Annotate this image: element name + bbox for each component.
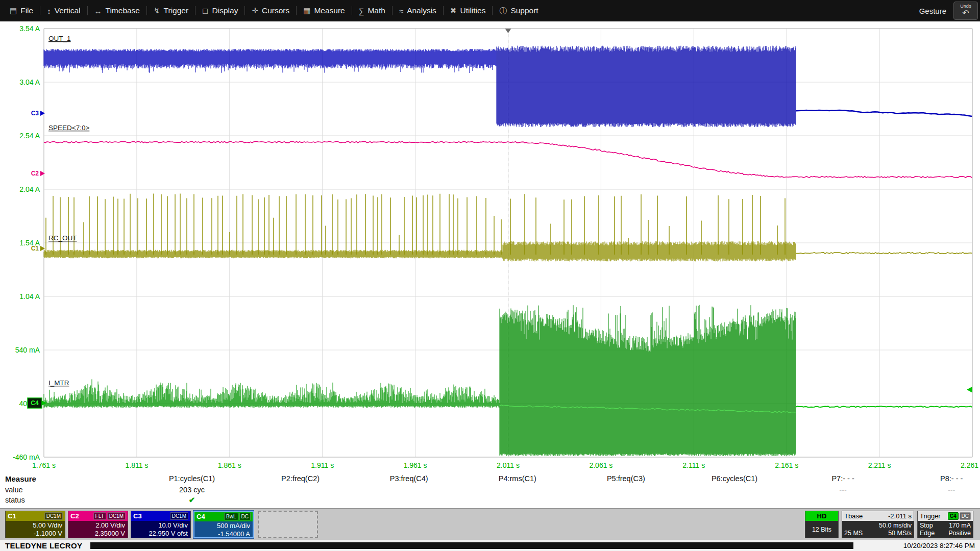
x-axis-label: 1.761 s: [32, 461, 56, 469]
hd-bits: 12 Bits: [805, 521, 838, 538]
channel-offset-value-c2: 2.35000 V: [71, 530, 125, 538]
menu-item-trigger[interactable]: ↯Trigger: [147, 0, 195, 21]
timebase-icon: ↔: [94, 7, 102, 15]
measure-value-p1: 203 cyc: [179, 486, 205, 494]
channel-c4-badge-dc: DC: [239, 513, 251, 520]
channel-id-c1: C1: [8, 512, 16, 520]
empty-channel-slot[interactable]: [258, 511, 318, 538]
measure-param-p5[interactable]: P5:freq(C3): [607, 474, 645, 483]
menu-item-label: Measure: [314, 6, 345, 15]
menu-item-file[interactable]: ▤File: [3, 0, 40, 21]
cursors-icon: ✛: [252, 6, 258, 15]
channel-marker-c1[interactable]: C1: [31, 245, 39, 252]
measure-table: Measure value status P1:cycles(C1)203 cy…: [0, 473, 980, 508]
trace-c3-burst: [497, 46, 796, 128]
channel-marker-c2[interactable]: C2: [31, 170, 39, 177]
trigger-mode: Stop: [920, 522, 933, 529]
channel-scale-c3: 10.0 V/div: [134, 521, 188, 530]
menu-item-support[interactable]: ⓘSupport: [493, 0, 545, 21]
oscilloscope-app: ▤File↕Vertical↔Timebase↯Trigger◻Display✛…: [0, 0, 980, 551]
channel-c2-badge-dc1m: DC1M: [107, 512, 126, 520]
measure-param-p7[interactable]: P7:- - -: [831, 474, 854, 483]
x-axis-label: 2.011 s: [497, 461, 520, 469]
trigger-source-badge: C4: [948, 512, 959, 520]
trigger-coupling-badge: DC: [960, 512, 971, 520]
measure-param-p4[interactable]: P4:rms(C1): [499, 474, 536, 483]
trace-label-out-1[interactable]: OUT_1: [48, 35, 71, 42]
x-axis-label: 2.211 s: [868, 461, 891, 469]
measure-param-p6[interactable]: P6:cycles(C1): [712, 474, 757, 483]
menu-item-label: Support: [510, 6, 538, 15]
hd-indicator[interactable]: HD 12 Bits: [805, 511, 839, 538]
menu-item-display[interactable]: ◻Display: [195, 0, 244, 21]
channel-marker-c4: C4: [31, 399, 39, 407]
menu-right: Gesture Undo ↶: [919, 2, 980, 20]
measure-value-p8: ---: [948, 486, 955, 494]
x-axis-label: 2.111 s: [682, 461, 705, 469]
menu-item-timebase[interactable]: ↔Timebase: [88, 0, 146, 21]
trigger-descriptor[interactable]: Trigger C4 DC Stop 170 mA Edge Positive: [917, 511, 973, 538]
menu-item-measure[interactable]: ▦Measure: [297, 0, 352, 21]
waveform-display[interactable]: 3.54 A3.04 A2.54 A2.04 A1.54 A1.04 A540 …: [0, 21, 980, 475]
menu-item-label: Display: [212, 6, 238, 15]
measure-columns: P1:cycles(C1)203 cyc✔P2:freq(C2)P3:freq(…: [0, 473, 980, 508]
tbase-delay: -2.011 s: [888, 512, 912, 520]
math-icon: ∑: [359, 7, 364, 15]
channel-scale-c1: 5.00 V/div: [8, 521, 62, 530]
timebase-descriptor[interactable]: Tbase -2.011 s 50.0 ms/div 25 MS 50 MS/s: [842, 511, 914, 538]
measure-param-p8[interactable]: P8:- - -: [940, 474, 963, 483]
menu-item-label: Math: [368, 6, 385, 15]
x-axis-label: 2.161 s: [775, 461, 798, 469]
menu-item-utilities[interactable]: ✖Utilities: [444, 0, 493, 21]
y-axis-label: 540 mA: [15, 346, 40, 354]
timestamp: 10/20/2023 8:27:46 PM: [903, 542, 980, 549]
tbase-rate: 50 MS/s: [888, 530, 912, 537]
gesture-label: Gesture: [919, 7, 946, 15]
channel-id-c2: C2: [70, 512, 79, 520]
menu-item-vertical[interactable]: ↕Vertical: [40, 0, 87, 21]
measure-param-p3[interactable]: P3:freq(C4): [390, 474, 428, 483]
menu-item-analysis[interactable]: ≈Analysis: [393, 0, 443, 21]
descriptor-panel: C1DC1M5.00 V/div-1.1000 VC2FLTDC1M2.00 V…: [0, 508, 980, 540]
undo-label: Undo: [960, 4, 971, 9]
menu-item-cursors[interactable]: ✛Cursors: [245, 0, 296, 21]
measure-value-p7: ---: [839, 486, 847, 494]
waveform-grid: 3.54 A3.04 A2.54 A2.04 A1.54 A1.04 A540 …: [0, 21, 980, 475]
channel-descriptor-c1[interactable]: C1DC1M5.00 V/div-1.1000 V: [5, 511, 65, 538]
menu-item-label: File: [20, 6, 33, 15]
measure-param-p2[interactable]: P2:freq(C2): [281, 474, 320, 483]
menu-item-math[interactable]: ∑Math: [352, 0, 392, 21]
tbase-label: Tbase: [844, 512, 863, 520]
y-axis-label: 2.54 A: [19, 132, 40, 140]
channel-offset-value-c3: 22.950 V ofst: [134, 530, 188, 538]
channel-offset-value-c1: -1.1000 V: [8, 530, 62, 538]
menu-item-label: Vertical: [55, 6, 81, 15]
channel-descriptor-c4[interactable]: C4BwLDC500 mA/div-1.54000 A: [193, 511, 254, 538]
measure-param-p1[interactable]: P1:cycles(C1): [169, 474, 215, 483]
channel-scale-c2: 2.00 V/div: [71, 521, 125, 530]
menu-bar: ▤File↕Vertical↔Timebase↯Trigger◻Display✛…: [0, 0, 980, 21]
channel-c1-badge-dc1m: DC1M: [44, 512, 63, 520]
measure-status-p1: ✔: [189, 495, 195, 505]
menu-item-label: Analysis: [407, 6, 436, 15]
channel-descriptor-c2[interactable]: C2FLTDC1M2.00 V/div2.35000 V: [68, 511, 128, 538]
undo-icon: ↶: [962, 9, 969, 17]
channel-descriptor-c3[interactable]: C3DC1M10.0 V/div22.950 V ofst: [131, 511, 191, 538]
utilities-icon: ✖: [450, 6, 457, 15]
x-axis-label: 2.261 s: [961, 461, 980, 469]
x-axis-label: 1.961 s: [404, 461, 427, 469]
trace-label-rc-out[interactable]: RC_OUT: [48, 234, 77, 242]
menu-item-label: Cursors: [262, 6, 289, 15]
file-icon: ▤: [10, 6, 17, 15]
channel-marker-c3[interactable]: C3: [31, 110, 39, 117]
menu-item-label: Trigger: [164, 6, 189, 15]
trigger-slope: Positive: [948, 530, 971, 537]
channel-id-c3: C3: [133, 512, 142, 520]
trace-label-i-mtr[interactable]: I_MTR: [48, 379, 69, 387]
y-axis-label: 3.04 A: [19, 78, 40, 86]
tbase-samples: 25 MS: [844, 530, 863, 537]
undo-button[interactable]: Undo ↶: [953, 2, 978, 20]
trace-label-speed-7-0[interactable]: SPEED<7:0>: [48, 124, 89, 132]
trigger-type: Edge: [920, 530, 935, 537]
channel-offset-value-c4: -1.54000 A: [197, 530, 250, 538]
